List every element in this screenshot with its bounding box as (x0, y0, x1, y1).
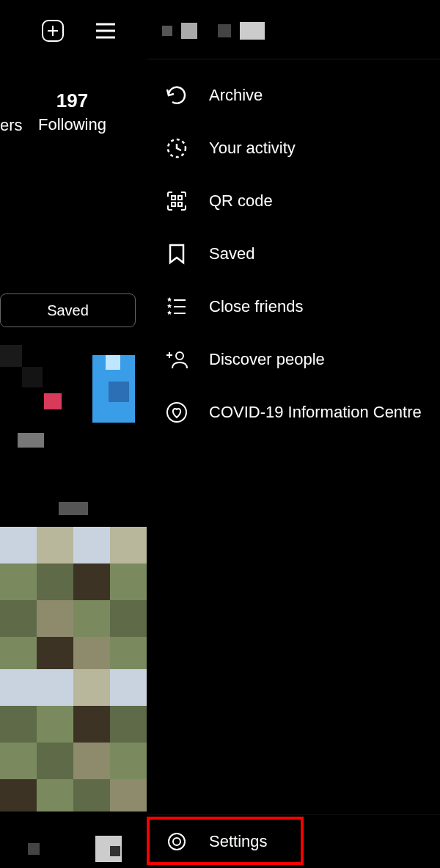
menu-item-your-activity[interactable]: Your activity (147, 122, 440, 175)
following-label: Following (38, 115, 106, 134)
story-highlight-pixel (59, 502, 88, 515)
close-friends-icon (164, 293, 190, 320)
settings-label: Settings (209, 832, 268, 851)
following-count: 197 (38, 90, 106, 112)
menu-item-covid-info[interactable]: COVID-19 Information Centre (147, 386, 440, 439)
settings-icon (164, 828, 190, 855)
story-highlight-pixel (44, 393, 62, 409)
heart-circle-icon (164, 399, 190, 426)
menu-item-qr-code[interactable]: QR code (147, 175, 440, 227)
saved-button-label: Saved (47, 302, 89, 319)
menu-label: Close friends (209, 296, 303, 317)
create-button[interactable] (38, 16, 67, 45)
story-highlight-pixel (22, 367, 43, 387)
menu-label: COVID-19 Information Centre (209, 402, 422, 423)
discover-people-icon (164, 346, 190, 373)
menu-label: Archive (209, 85, 263, 106)
menu-item-saved[interactable]: Saved (147, 227, 440, 280)
hamburger-drawer: Archive Your activity QR code (147, 0, 440, 868)
grid-photo[interactable] (0, 527, 147, 669)
grid-photo[interactable] (0, 669, 147, 812)
saved-icon (164, 241, 190, 267)
profile-background: ers 197 Following Saved (0, 0, 147, 868)
svg-point-19 (173, 838, 180, 845)
svg-rect-8 (178, 196, 182, 200)
menu-label: Your activity (209, 138, 296, 158)
bottom-nav-pixel (28, 843, 40, 855)
qr-icon (164, 188, 190, 214)
menu-item-settings[interactable]: Settings (147, 814, 440, 868)
drawer-menu: Archive Your activity QR code (147, 69, 440, 439)
svg-point-18 (169, 834, 185, 850)
svg-point-14 (176, 352, 183, 360)
divider (147, 59, 440, 59)
story-highlight-pixel (18, 433, 44, 448)
menu-item-discover-people[interactable]: Discover people (147, 333, 440, 386)
svg-rect-7 (172, 196, 175, 200)
menu-item-archive[interactable]: Archive (147, 69, 440, 122)
svg-point-17 (167, 403, 186, 422)
activity-icon (164, 135, 190, 161)
archive-icon (164, 82, 190, 109)
menu-label: QR code (209, 191, 273, 211)
story-highlight-pixel (109, 382, 129, 402)
following-stat[interactable]: 197 Following (38, 90, 106, 134)
saved-button[interactable]: Saved (0, 293, 136, 327)
svg-rect-10 (178, 203, 182, 206)
top-actions (38, 16, 120, 45)
story-highlight-pixel (106, 355, 120, 370)
hamburger-menu-icon[interactable] (91, 16, 120, 45)
account-name-pixelated[interactable] (162, 22, 265, 40)
photo-grid (0, 527, 147, 812)
followers-label-partial: ers (0, 116, 23, 135)
menu-label: Saved (209, 244, 254, 264)
menu-item-close-friends[interactable]: Close friends (147, 280, 440, 333)
bottom-nav-avatar[interactable] (95, 836, 122, 862)
svg-rect-9 (172, 203, 175, 206)
story-highlight-pixel (0, 345, 22, 367)
menu-label: Discover people (209, 349, 325, 370)
